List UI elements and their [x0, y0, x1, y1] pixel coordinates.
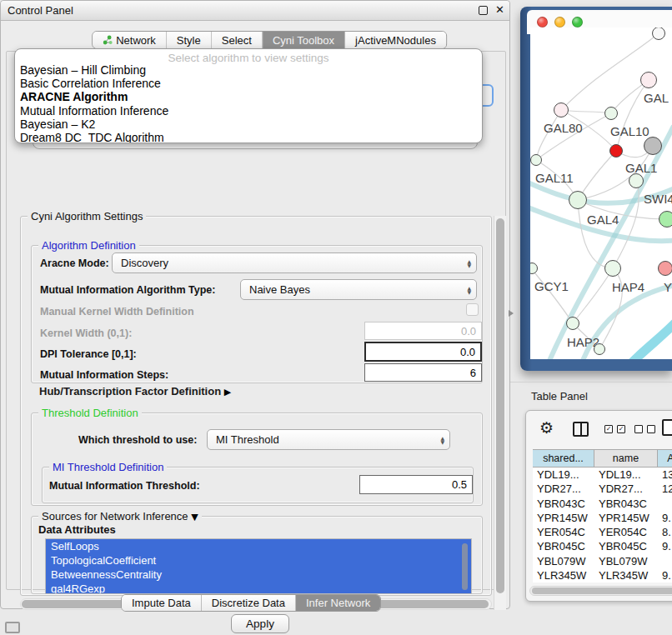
- unchecked-checkbox-icon[interactable]: [634, 425, 643, 433]
- table-cell: YBL079W: [533, 554, 594, 568]
- checked-checkbox-icon[interactable]: ✓: [604, 425, 613, 433]
- manual-kernel-checkbox[interactable]: [466, 303, 479, 316]
- dropdown-item[interactable]: ARACNE Algorithm: [15, 90, 482, 103]
- network-node-gal[interactable]: [640, 72, 657, 88]
- table-row[interactable]: YBR043CYBR043C: [533, 497, 672, 511]
- unchecked-checkbox-icon[interactable]: [647, 425, 655, 433]
- dropdown-item[interactable]: Basic Correlation Inference: [15, 77, 482, 90]
- expand-right-icon[interactable]: ▶: [224, 387, 231, 398]
- network-node-gal1[interactable]: [609, 144, 623, 158]
- tab-style[interactable]: Style: [167, 32, 212, 48]
- table-cell: YBR043C: [594, 497, 658, 511]
- cyni-algorithm-settings-group: Cyni Algorithm Settings Algorithm Defini…: [20, 216, 492, 596]
- node-label: GAL10: [610, 124, 649, 138]
- dropdown-item[interactable]: Mutual Information Inference: [15, 104, 482, 118]
- top-tabbar: NetworkStyleSelectCyni ToolboxjActiveMNo…: [92, 31, 447, 49]
- attribute-list-item[interactable]: SelfLoops: [46, 539, 471, 553]
- close-traffic-light[interactable]: [537, 17, 548, 28]
- list-scrollbar-thumb[interactable]: [462, 543, 468, 590]
- dropdown-items: Bayesian – Hill ClimbingBasic Correlatio…: [15, 63, 482, 143]
- attribute-list-item[interactable]: gal4RGexp: [46, 582, 471, 594]
- split-divider-arrow-icon[interactable]: [509, 310, 514, 317]
- tab-cyni-toolbox[interactable]: Cyni Toolbox: [263, 32, 345, 48]
- minimize-traffic-light[interactable]: [554, 17, 565, 28]
- network-node-gal4[interactable]: [569, 191, 587, 209]
- network-canvas[interactable]: GALGAL80GAL10GAL1GAL11SWI4GAL4GCY1HAP4YH…: [530, 28, 672, 359]
- table-cell: YDL19...: [594, 468, 658, 482]
- network-node[interactable]: [659, 211, 672, 228]
- control-panel-titlebar[interactable]: Control Panel ✕: [1, 1, 509, 21]
- tab-jactivemnodules[interactable]: jActiveMNodules: [345, 32, 446, 48]
- column-header-a[interactable]: A: [658, 450, 672, 467]
- tab-network[interactable]: Network: [93, 32, 167, 48]
- table-row[interactable]: YDR27...YDR27...12: [533, 482, 672, 496]
- zoom-traffic-light[interactable]: [572, 17, 583, 28]
- mi-threshold-field[interactable]: 0.5: [359, 475, 473, 494]
- data-attributes-list[interactable]: SelfLoopsTopologicalCoefficientBetweenne…: [45, 538, 472, 594]
- table-row[interactable]: YLR345WYLR345W9.: [533, 568, 672, 582]
- attribute-list-item[interactable]: BetweennessCentrality: [46, 568, 471, 582]
- hub-definition-expander[interactable]: Hub/Transcription Factor Definition ▶: [39, 385, 231, 398]
- table-row[interactable]: YDL19...YDL19...13: [533, 468, 672, 482]
- gear-icon[interactable]: ⚙: [539, 418, 554, 437]
- group-title: Algorithm Definition: [38, 239, 139, 252]
- mi-steps-label: Mutual Information Steps:: [40, 369, 168, 381]
- apply-button[interactable]: Apply: [231, 614, 289, 633]
- dropdown-item[interactable]: Dream8 DC_TDC Algorithm: [15, 131, 482, 143]
- column-header-name[interactable]: name: [594, 450, 658, 467]
- checked-checkbox-icon[interactable]: ✓: [617, 425, 625, 433]
- tab-label: Network: [116, 34, 156, 47]
- float-window-icon[interactable]: [479, 6, 488, 15]
- mi-algorithm-type-select[interactable]: Naive Bayes ▲▼: [240, 279, 477, 300]
- network-node-gal11[interactable]: [530, 154, 542, 166]
- tab-label: Select: [222, 34, 252, 47]
- vertical-scrollbar-thumb[interactable]: [496, 218, 504, 593]
- kernel-width-field[interactable]: 0.0: [364, 322, 482, 340]
- node-label: GAL11: [535, 171, 574, 185]
- node-label: HAP4: [612, 280, 644, 294]
- columns-icon[interactable]: [573, 422, 589, 437]
- network-node[interactable]: [594, 343, 605, 355]
- collapse-down-icon[interactable]: ▼: [191, 512, 198, 522]
- table-row[interactable]: YBL079WYBL079W: [533, 554, 672, 568]
- table-row[interactable]: YPR145WYPR145W9.: [533, 511, 672, 525]
- tab-select[interactable]: Select: [212, 32, 263, 48]
- network-node[interactable]: [644, 137, 662, 155]
- table-row[interactable]: YER054CYER054C8.: [533, 525, 672, 539]
- table-scrollbar-thumb[interactable]: [532, 588, 672, 594]
- dropdown-item[interactable]: Bayesian – K2: [15, 118, 482, 131]
- panel-title: Control Panel: [8, 4, 73, 17]
- minimized-window-icon[interactable]: [5, 622, 20, 633]
- attribute-list-item[interactable]: TopologicalCoefficient: [46, 553, 471, 568]
- table-cell: 13: [658, 468, 672, 482]
- vertical-scrollbar[interactable]: [494, 216, 506, 610]
- desktop: { "control_panel": { "title": "Control P…: [0, 0, 672, 635]
- table-document-icon[interactable]: [662, 419, 672, 436]
- aracne-mode-value: Discovery: [121, 257, 168, 269]
- dropdown-item[interactable]: Bayesian – Hill Climbing: [15, 63, 482, 77]
- network-node-swi4[interactable]: [629, 173, 644, 188]
- stepper-icon: ▲▼: [467, 286, 471, 294]
- network-node-hap4[interactable]: [604, 260, 621, 277]
- close-icon[interactable]: ✕: [495, 3, 504, 16]
- which-threshold-select[interactable]: MI Threshold ▲▼: [207, 429, 450, 450]
- network-node-gal80[interactable]: [554, 102, 569, 118]
- table-row[interactable]: YBR045CYBR045C9.: [533, 539, 672, 553]
- table-cell: YBR045C: [533, 539, 594, 553]
- node-label: SWI4: [644, 192, 672, 206]
- tab-discretize-data[interactable]: Discretize Data: [202, 595, 296, 611]
- tab-impute-data[interactable]: Impute Data: [122, 595, 202, 611]
- dpi-tolerance-field[interactable]: 0.0: [364, 342, 482, 362]
- mi-threshold-definition-group: MI Threshold Definition Mutual Informati…: [42, 467, 474, 503]
- tab-infer-network[interactable]: Infer Network: [296, 595, 380, 611]
- aracne-mode-select[interactable]: Discovery ▲▼: [112, 252, 477, 273]
- table-window: ⚙ ✓ ✓ shared...nameA YDL19...YDL19...13Y…: [525, 410, 672, 602]
- mi-steps-field[interactable]: 6: [364, 363, 482, 382]
- table-horizontal-scrollbar[interactable]: [529, 586, 672, 596]
- node-label: Y: [664, 280, 672, 294]
- network-node-gal10[interactable]: [604, 107, 618, 120]
- bottom-tabbar: Impute DataDiscretize DataInfer Network: [121, 594, 381, 612]
- network-node-hap2[interactable]: [566, 317, 579, 330]
- column-header-shared[interactable]: shared...: [533, 450, 594, 467]
- network-node-y[interactable]: [658, 261, 672, 276]
